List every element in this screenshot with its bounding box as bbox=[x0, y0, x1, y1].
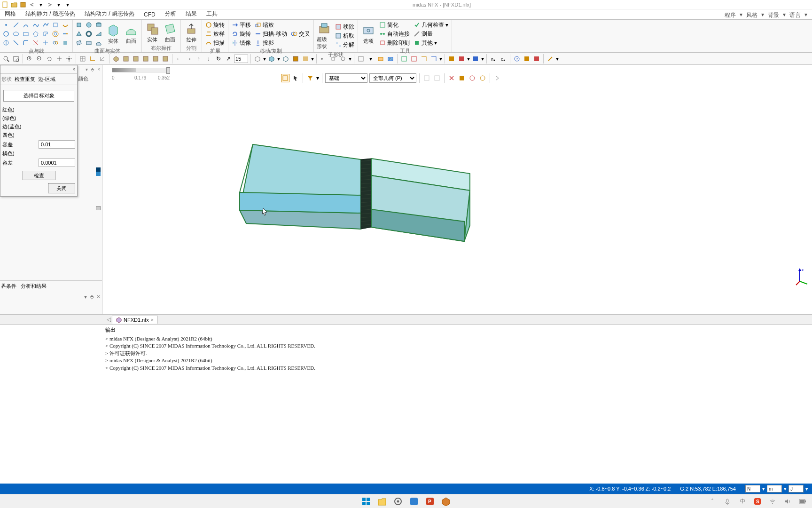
vp-g-icon[interactable] bbox=[493, 74, 501, 82]
polygon-icon[interactable] bbox=[31, 30, 40, 38]
tab-analysis-results[interactable]: 分析和结果 bbox=[21, 283, 47, 289]
ellipse-icon[interactable] bbox=[12, 30, 20, 38]
n3-icon[interactable] bbox=[471, 55, 480, 63]
vp-d-icon[interactable] bbox=[458, 74, 466, 82]
filter2-icon[interactable] bbox=[329, 55, 337, 63]
panel-dropdown-icon[interactable]: ▾ bbox=[86, 67, 88, 72]
menu-style[interactable]: 风格 bbox=[746, 11, 757, 19]
filter-icon[interactable] bbox=[306, 74, 314, 82]
nav-down-icon[interactable]: ↓ bbox=[204, 55, 213, 63]
iso-icon[interactable] bbox=[112, 55, 120, 63]
panel-close-icon[interactable]: × bbox=[97, 67, 100, 72]
undo-icon[interactable] bbox=[28, 1, 36, 8]
spline-icon[interactable] bbox=[31, 21, 40, 29]
s2-icon[interactable] bbox=[532, 55, 541, 63]
start-icon[interactable] bbox=[360, 496, 372, 507]
simplify-button[interactable]: 简化 bbox=[378, 21, 411, 29]
intersect2-button[interactable]: 交叉 bbox=[289, 30, 312, 38]
bool-surface-button[interactable]: 曲面 bbox=[162, 21, 179, 44]
curve-icon[interactable] bbox=[61, 21, 70, 29]
intersect-icon[interactable] bbox=[41, 39, 50, 47]
vp-c-icon[interactable] bbox=[447, 74, 456, 82]
open-file-icon[interactable] bbox=[10, 1, 18, 8]
tab-edgeregion[interactable]: 边-区域 bbox=[38, 76, 55, 83]
tab-results[interactable]: 结果 bbox=[181, 8, 202, 19]
vp-a-icon[interactable] bbox=[422, 74, 431, 82]
color-slider[interactable] bbox=[96, 206, 101, 210]
zoom-fit-icon[interactable] bbox=[2, 55, 10, 63]
tab-mesh[interactable]: 网格 bbox=[0, 8, 21, 19]
tab-scroll-left-icon[interactable]: ◁ bbox=[105, 316, 112, 323]
zoom-in-icon[interactable]: + bbox=[25, 55, 34, 63]
app1-icon[interactable] bbox=[408, 496, 420, 507]
n2-icon[interactable] bbox=[457, 55, 466, 63]
rot-ccw-icon[interactable]: ↗ bbox=[224, 55, 233, 63]
shade-icon[interactable] bbox=[267, 55, 276, 63]
settings-icon[interactable] bbox=[392, 496, 404, 507]
options-button[interactable]: 选项 bbox=[360, 23, 377, 46]
model-3d[interactable] bbox=[234, 143, 478, 265]
offset-icon[interactable] bbox=[51, 30, 60, 38]
mic-icon[interactable] bbox=[722, 496, 733, 507]
sogou-icon[interactable]: S bbox=[752, 496, 763, 507]
line3-icon[interactable] bbox=[2, 39, 10, 47]
label-icon[interactable] bbox=[376, 55, 385, 63]
nav-right-icon[interactable]: → bbox=[185, 55, 193, 63]
tab-analysis[interactable]: 分析 bbox=[160, 8, 181, 19]
s1-icon[interactable] bbox=[523, 55, 531, 63]
box-icon[interactable] bbox=[75, 21, 83, 29]
close-button[interactable]: 关闭 bbox=[48, 183, 75, 193]
rotate-button[interactable]: 旋转 bbox=[230, 30, 252, 38]
sel-mode-icon[interactable] bbox=[281, 74, 289, 82]
loft-button[interactable]: 放样 bbox=[204, 30, 226, 38]
front-icon[interactable] bbox=[122, 55, 130, 63]
customize-icon[interactable]: ▾ bbox=[64, 1, 71, 8]
plane-icon[interactable] bbox=[75, 39, 83, 47]
profile-icon[interactable] bbox=[41, 30, 50, 38]
n1-icon[interactable] bbox=[447, 55, 456, 63]
vp-f-icon[interactable] bbox=[478, 74, 487, 82]
measure-button[interactable]: 测量 bbox=[412, 30, 450, 38]
edit-icon[interactable] bbox=[546, 55, 554, 63]
close-icon[interactable]: × bbox=[72, 67, 75, 72]
close-icon[interactable]: × bbox=[151, 317, 154, 323]
center-icon[interactable] bbox=[65, 55, 73, 63]
filter1-icon[interactable] bbox=[319, 55, 328, 63]
tab-cfd[interactable]: CFD bbox=[139, 10, 160, 19]
axes-icon[interactable] bbox=[88, 55, 97, 63]
surface-button[interactable]: 曲面 bbox=[123, 23, 140, 46]
rotate-view-icon[interactable] bbox=[45, 55, 54, 63]
line-icon[interactable] bbox=[12, 21, 20, 29]
explode-button[interactable]: 分解 bbox=[334, 40, 356, 49]
new-file-icon[interactable] bbox=[1, 1, 9, 8]
powerpoint-icon[interactable]: P bbox=[424, 496, 436, 507]
render-icon[interactable] bbox=[253, 55, 262, 63]
menu-program[interactable]: 程序 bbox=[725, 11, 736, 19]
label2-icon[interactable]: IS bbox=[386, 55, 395, 63]
circle-icon[interactable] bbox=[2, 30, 10, 38]
tab-checkdup[interactable]: 检查重复 bbox=[15, 76, 35, 83]
m4-icon[interactable] bbox=[429, 55, 438, 63]
cylinder-icon[interactable] bbox=[94, 21, 103, 29]
menu-language[interactable]: 语言 bbox=[789, 11, 801, 19]
angle-input[interactable] bbox=[234, 55, 248, 63]
save-icon[interactable] bbox=[19, 1, 27, 8]
hidden-icon[interactable] bbox=[291, 55, 300, 63]
scale-button[interactable]: 缩放 bbox=[253, 21, 289, 29]
left-icon[interactable] bbox=[141, 55, 150, 63]
help-icon[interactable]: ? bbox=[513, 55, 521, 63]
tab-dynamic[interactable]: 结构动力 / 瞬态传热 bbox=[80, 8, 139, 19]
dropdown-icon[interactable]: ▾ bbox=[37, 1, 45, 8]
sphere-icon[interactable] bbox=[85, 21, 93, 29]
top-icon[interactable] bbox=[161, 55, 170, 63]
torus-icon[interactable] bbox=[85, 30, 93, 38]
arc2-icon[interactable] bbox=[12, 39, 20, 47]
status-box-1[interactable] bbox=[745, 485, 760, 492]
extend-icon[interactable] bbox=[61, 30, 70, 38]
zoom-window-icon[interactable] bbox=[12, 55, 20, 63]
panel2-pin-icon[interactable]: ⬘ bbox=[90, 294, 94, 300]
misc-icon[interactable] bbox=[61, 39, 70, 47]
wcs-icon[interactable] bbox=[98, 55, 107, 63]
filter-select-1[interactable]: 基础 bbox=[325, 73, 367, 83]
filter-select-2[interactable]: 全部几何 (P) bbox=[369, 73, 416, 83]
